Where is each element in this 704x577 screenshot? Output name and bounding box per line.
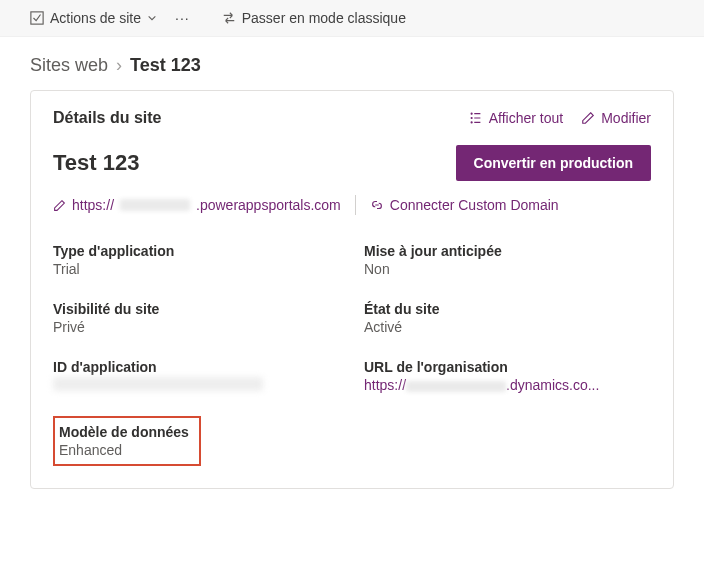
svg-rect-0 (31, 12, 43, 24)
data-model-value: Enhanced (59, 442, 189, 458)
switch-classic-label: Passer en mode classique (242, 10, 406, 26)
checklist-icon (30, 11, 44, 25)
early-update-value: Non (364, 261, 651, 277)
link-icon (370, 198, 384, 212)
visibility-label: Visibilité du site (53, 301, 340, 317)
breadcrumb-current: Test 123 (130, 55, 201, 76)
pencil-icon (53, 199, 66, 212)
org-url-value[interactable]: https://.dynamics.co... (364, 377, 651, 393)
field-app-id: ID d'application (53, 359, 340, 394)
divider (355, 195, 356, 215)
site-url-link[interactable]: https://.powerappsportals.com (53, 197, 341, 213)
card-title: Détails du site (53, 109, 161, 127)
url-row: https://.powerappsportals.com Connecter … (53, 195, 651, 215)
card-header: Détails du site Afficher tout Modifier (31, 91, 673, 141)
chevron-down-icon (147, 13, 157, 23)
breadcrumb: Sites web › Test 123 (0, 37, 704, 90)
card-body: Test 123 Convertir en production https:/… (31, 141, 673, 488)
show-all-link[interactable]: Afficher tout (469, 110, 563, 126)
card-actions: Afficher tout Modifier (469, 110, 651, 126)
edit-link[interactable]: Modifier (581, 110, 651, 126)
convert-production-button[interactable]: Convertir en production (456, 145, 651, 181)
state-label: État du site (364, 301, 651, 317)
svg-point-3 (471, 122, 472, 123)
field-visibility: Visibilité du site Privé (53, 301, 340, 335)
breadcrumb-root[interactable]: Sites web (30, 55, 108, 76)
app-type-label: Type d'application (53, 243, 340, 259)
early-update-label: Mise à jour anticipée (364, 243, 651, 259)
ellipsis-icon: ··· (175, 10, 190, 26)
fields-grid: Type d'application Trial Mise à jour ant… (53, 243, 651, 394)
field-early-update: Mise à jour anticipée Non (364, 243, 651, 277)
url-suffix: .powerappsportals.com (196, 197, 341, 213)
org-url-redacted (406, 381, 506, 392)
site-actions-menu[interactable]: Actions de site (30, 10, 157, 26)
edit-label: Modifier (601, 110, 651, 126)
field-app-type: Type d'application Trial (53, 243, 340, 277)
switch-icon (222, 11, 236, 25)
show-all-label: Afficher tout (489, 110, 563, 126)
app-id-redacted (53, 377, 263, 391)
svg-point-1 (471, 113, 472, 114)
svg-point-2 (471, 117, 472, 118)
org-url-prefix: https:// (364, 377, 406, 393)
site-actions-label: Actions de site (50, 10, 141, 26)
app-id-label: ID d'application (53, 359, 340, 375)
connect-domain-label: Connecter Custom Domain (390, 197, 559, 213)
org-url-suffix: .dynamics.co... (506, 377, 599, 393)
list-icon (469, 111, 483, 125)
switch-classic-button[interactable]: Passer en mode classique (222, 10, 406, 26)
app-type-value: Trial (53, 261, 340, 277)
state-value: Activé (364, 319, 651, 335)
pencil-icon (581, 111, 595, 125)
field-state: État du site Activé (364, 301, 651, 335)
data-model-highlight: Modèle de données Enhanced (53, 416, 201, 466)
chevron-right-icon: › (116, 55, 122, 76)
url-prefix: https:// (72, 197, 114, 213)
site-details-card: Détails du site Afficher tout Modifier (30, 90, 674, 489)
data-model-label: Modèle de données (59, 424, 189, 440)
visibility-value: Privé (53, 319, 340, 335)
org-url-label: URL de l'organisation (364, 359, 651, 375)
url-redacted (120, 199, 190, 211)
more-menu[interactable]: ··· (175, 10, 190, 26)
toolbar: Actions de site ··· Passer en mode class… (0, 0, 704, 37)
app-id-value (53, 377, 340, 394)
connect-domain-link[interactable]: Connecter Custom Domain (370, 197, 559, 213)
site-name: Test 123 (53, 150, 139, 176)
field-org-url: URL de l'organisation https://.dynamics.… (364, 359, 651, 394)
